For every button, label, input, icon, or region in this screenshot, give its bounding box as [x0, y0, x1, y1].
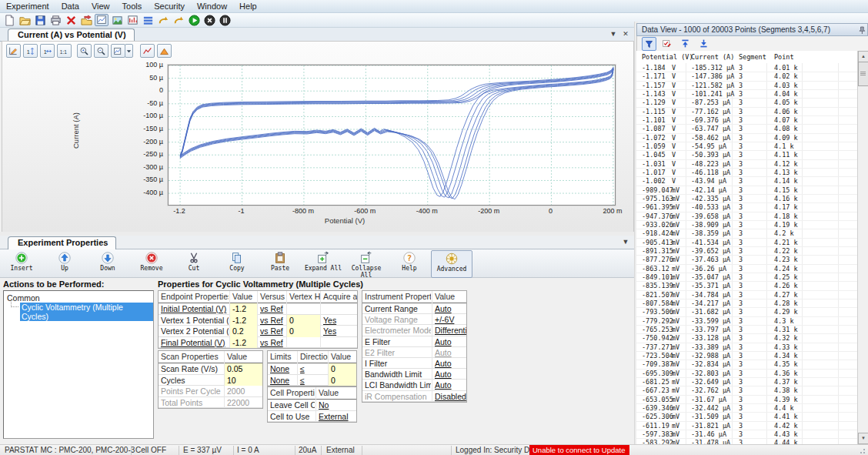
property-cell[interactable]: Differential [432, 325, 466, 336]
scroll-to-top-icon[interactable] [679, 37, 692, 49]
zoom-out-icon[interactable] [94, 44, 108, 58]
pause-icon[interactable] [218, 14, 232, 26]
property-cell[interactable]: vs Ref [257, 303, 286, 315]
up-button[interactable]: Up [45, 250, 85, 276]
property-cell[interactable]: ≤ [297, 363, 328, 375]
graph-setup-icon[interactable] [125, 14, 139, 26]
edit-graph-icon[interactable] [6, 44, 21, 58]
property-cell [320, 303, 357, 315]
filter-icon[interactable] [642, 37, 656, 51]
zoom-in-icon[interactable] [77, 44, 92, 58]
cut-button[interactable]: Cut [174, 250, 214, 276]
print-icon[interactable] [48, 14, 62, 26]
run-icon[interactable] [187, 14, 201, 26]
axis-scale-y-icon[interactable]: 1 [23, 44, 38, 58]
property-cell[interactable]: +/-6V [432, 314, 466, 325]
col-segment[interactable]: Segment [739, 53, 766, 61]
property-cell[interactable]: 0 [286, 315, 320, 326]
data-view-header[interactable]: Data View - 1000 of 20003 Points (Segmen… [636, 23, 868, 36]
advanced-button[interactable]: Advanced [431, 250, 472, 278]
property-cell[interactable]: vs Ref [257, 315, 286, 326]
copy-button[interactable]: Copy [217, 250, 257, 276]
property-cell[interactable]: Initial Potential (V) [159, 303, 229, 315]
properties-dropdown-icon[interactable]: ▼ [620, 238, 631, 246]
data-table[interactable]: -1.184V-185.312 µA34.01 k-1.171V-147.386… [636, 63, 857, 444]
collapse-all-button[interactable]: Collapse All [346, 250, 386, 276]
table-row[interactable]: -583.292mV-31.478 µA34.44 k [636, 438, 857, 444]
property-cell[interactable]: Auto [432, 336, 466, 347]
scrollbar-up-icon[interactable]: ▲ [858, 51, 868, 62]
insert-button[interactable]: Insert [2, 250, 42, 276]
copy-graph-icon[interactable] [111, 44, 125, 58]
property-cell[interactable]: vs Ref [257, 326, 286, 337]
property-cell[interactable]: Auto [432, 380, 466, 390]
menu-data[interactable]: Data [55, 1, 85, 12]
axis-one-to-one-icon[interactable]: 1:1 [57, 44, 72, 58]
property-cell[interactable]: -1.2 [229, 303, 257, 315]
down-button[interactable]: Down [88, 250, 128, 276]
graph-dropdown-icon[interactable] [125, 44, 133, 58]
property-cell[interactable]: 0 [286, 326, 320, 337]
menu-help[interactable]: Help [233, 1, 263, 12]
property-cell[interactable]: Auto [432, 358, 466, 369]
property-cell[interactable]: Disabled [432, 391, 466, 402]
scrollbar-down-icon[interactable]: ▼ [858, 433, 868, 444]
tab-experiment-properties[interactable]: Experiment Properties [8, 236, 116, 249]
col-current[interactable]: Current (A) [691, 53, 734, 61]
chart-dropdown-icon[interactable]: ▼ [608, 30, 619, 38]
data-table-scrollbar[interactable]: ▲ ▼ [857, 51, 868, 444]
redo-2-icon[interactable] [172, 14, 185, 26]
redo-icon[interactable] [156, 14, 170, 26]
property-cell[interactable]: -1.2 [229, 315, 257, 326]
help-button[interactable]: ?Help [389, 250, 429, 276]
data-list-icon[interactable] [141, 14, 155, 26]
property-cell[interactable]: 0.05 [224, 363, 262, 375]
property-cell[interactable]: 0 [328, 363, 356, 375]
property-cell[interactable]: 0 [328, 375, 356, 386]
chart-close-icon[interactable]: ✕ [620, 30, 631, 38]
pin-icon[interactable] [857, 25, 866, 35]
plot-view-icon[interactable] [95, 14, 108, 26]
expand-all-button[interactable]: Expand All [303, 250, 343, 276]
property-cell[interactable]: Auto [432, 369, 466, 380]
property-cell[interactable]: Final Potential (V) [159, 337, 229, 349]
tab-current-vs-potential[interactable]: Current (A) vs Potential (V) [8, 28, 135, 42]
col-potential[interactable]: Potential (V) [642, 53, 693, 61]
menu-experiment[interactable]: Experiment [0, 1, 55, 12]
menu-security[interactable]: Security [148, 1, 191, 12]
scrollbar-thumb[interactable] [858, 62, 868, 86]
paste-button[interactable]: Paste [260, 250, 300, 276]
property-cell[interactable]: External [315, 411, 356, 423]
export-icon[interactable] [79, 14, 93, 26]
menu-tools[interactable]: Tools [116, 1, 149, 12]
property-cell[interactable]: Yes [320, 315, 357, 326]
stop-icon[interactable] [202, 14, 216, 26]
update-alert-badge[interactable]: Unable to connect to Update site [529, 445, 629, 455]
menu-window[interactable]: Window [191, 1, 233, 12]
cv-plot[interactable] [168, 65, 616, 206]
axis-scale-x-icon[interactable]: 1 [40, 44, 55, 58]
col-point[interactable]: Point [774, 53, 794, 61]
property-cell[interactable]: vs Ref [257, 337, 286, 349]
open-icon[interactable] [18, 14, 32, 26]
scroll-to-bottom-icon[interactable] [697, 37, 710, 49]
tree-node-cyclic-voltammetry[interactable]: Cyclic Voltammetry (Multiple Cycles) [20, 303, 153, 321]
property-cell[interactable]: None [268, 375, 296, 386]
property-cell[interactable]: ≤ [297, 375, 328, 386]
image-view-icon[interactable] [110, 14, 124, 26]
line-style-icon[interactable] [140, 44, 155, 58]
property-cell[interactable]: 0.2 [229, 326, 257, 337]
edit-points-icon[interactable] [660, 37, 673, 49]
property-cell[interactable]: 10 [224, 375, 262, 386]
new-document-icon[interactable] [2, 14, 16, 26]
menu-view[interactable]: View [85, 1, 116, 12]
property-cell[interactable]: None [268, 363, 296, 375]
property-cell[interactable]: -1.2 [229, 337, 257, 349]
save-icon[interactable] [33, 14, 47, 26]
property-cell[interactable]: Yes [320, 326, 357, 337]
peak-analysis-icon[interactable] [157, 44, 172, 58]
property-cell[interactable]: Auto [432, 303, 466, 314]
property-cell[interactable]: No [315, 400, 356, 411]
delete-icon[interactable] [64, 14, 78, 26]
remove-button[interactable]: Remove [132, 250, 172, 276]
